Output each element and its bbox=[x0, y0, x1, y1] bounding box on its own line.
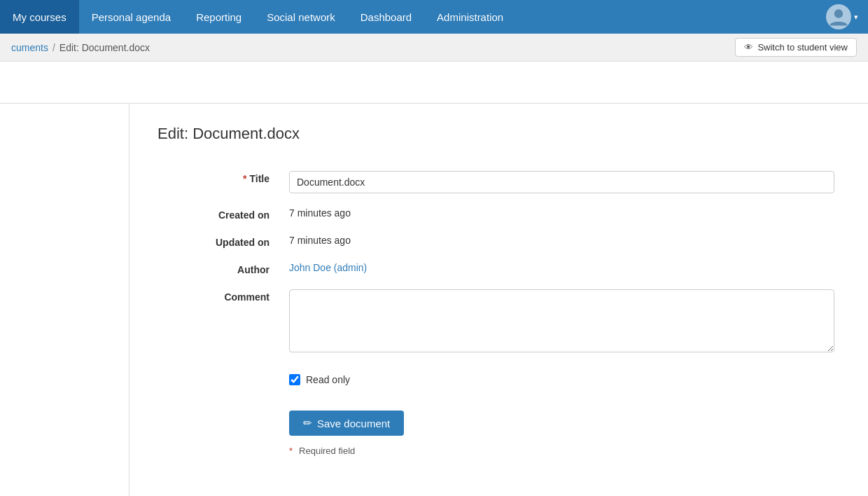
required-field-note: * Required field bbox=[289, 446, 834, 456]
title-field-cell bbox=[284, 164, 840, 200]
switch-btn-label: Switch to student view bbox=[757, 42, 848, 53]
updated-on-value: 7 minutes ago bbox=[284, 228, 840, 255]
avatar bbox=[826, 4, 851, 29]
page-title: Edit: Document.docx bbox=[158, 125, 840, 143]
form-row-updated-on: Updated on 7 minutes ago bbox=[158, 228, 840, 255]
breadcrumb-current: Edit: Document.docx bbox=[59, 42, 150, 53]
form-row-comment: Comment bbox=[158, 282, 840, 361]
nav-item-administration[interactable]: Administration bbox=[424, 0, 516, 34]
nav-item-dashboard[interactable]: Dashboard bbox=[348, 0, 424, 34]
breadcrumb-link[interactable]: cuments bbox=[11, 42, 48, 53]
breadcrumb-bar: cuments / Edit: Document.docx 👁 Switch t… bbox=[0, 34, 868, 62]
switch-to-student-view-button[interactable]: 👁 Switch to student view bbox=[735, 38, 857, 57]
user-avatar-button[interactable]: ▾ bbox=[816, 0, 868, 34]
pencil-icon: ✏ bbox=[303, 417, 312, 429]
author-label: Author bbox=[158, 255, 284, 282]
comment-label: Comment bbox=[158, 282, 284, 361]
save-btn-label: Save document bbox=[317, 418, 390, 429]
breadcrumb: cuments / Edit: Document.docx bbox=[11, 42, 150, 53]
main-content: Edit: Document.docx *Title Created on 7 … bbox=[130, 104, 868, 496]
svg-point-0 bbox=[834, 9, 843, 18]
form-row-title: *Title bbox=[158, 164, 840, 200]
nav-item-social-network[interactable]: Social network bbox=[254, 0, 348, 34]
form-row-created-on: Created on 7 minutes ago bbox=[158, 200, 840, 228]
readonly-cell: Read only bbox=[284, 361, 840, 398]
comment-textarea[interactable] bbox=[289, 289, 834, 352]
sidebar bbox=[0, 104, 130, 496]
readonly-label[interactable]: Read only bbox=[306, 374, 350, 385]
main-nav: My courses Personal agenda Reporting Soc… bbox=[0, 0, 868, 34]
updated-on-label: Updated on bbox=[158, 228, 284, 255]
required-star-note: * bbox=[289, 446, 293, 456]
title-label: *Title bbox=[158, 164, 284, 200]
created-on-value: 7 minutes ago bbox=[284, 200, 840, 228]
avatar-caret-icon: ▾ bbox=[854, 13, 858, 22]
nav-item-my-courses[interactable]: My courses bbox=[0, 0, 79, 34]
main-layout: Edit: Document.docx *Title Created on 7 … bbox=[0, 104, 868, 496]
readonly-checkbox-row: Read only bbox=[289, 368, 834, 391]
breadcrumb-separator: / bbox=[52, 42, 55, 53]
created-on-label: Created on bbox=[158, 200, 284, 228]
eye-icon: 👁 bbox=[744, 42, 753, 53]
form-row-author: Author John Doe (admin) bbox=[158, 255, 840, 282]
nav-item-personal-agenda[interactable]: Personal agenda bbox=[79, 0, 183, 34]
required-note-text: Required field bbox=[299, 446, 355, 456]
form-row-save: ✏ Save document * Required field bbox=[158, 398, 840, 463]
title-input[interactable] bbox=[289, 171, 834, 193]
edit-form: *Title Created on 7 minutes ago Updated … bbox=[158, 164, 840, 463]
save-document-button[interactable]: ✏ Save document bbox=[289, 411, 404, 436]
required-star-title: * bbox=[243, 173, 246, 184]
toolbar-area bbox=[0, 62, 868, 104]
comment-field-cell bbox=[284, 282, 840, 361]
form-row-readonly: Read only bbox=[158, 361, 840, 398]
nav-item-reporting[interactable]: Reporting bbox=[183, 0, 254, 34]
readonly-checkbox[interactable] bbox=[289, 374, 300, 385]
author-link[interactable]: John Doe (admin) bbox=[284, 255, 840, 282]
save-cell: ✏ Save document * Required field bbox=[284, 398, 840, 463]
